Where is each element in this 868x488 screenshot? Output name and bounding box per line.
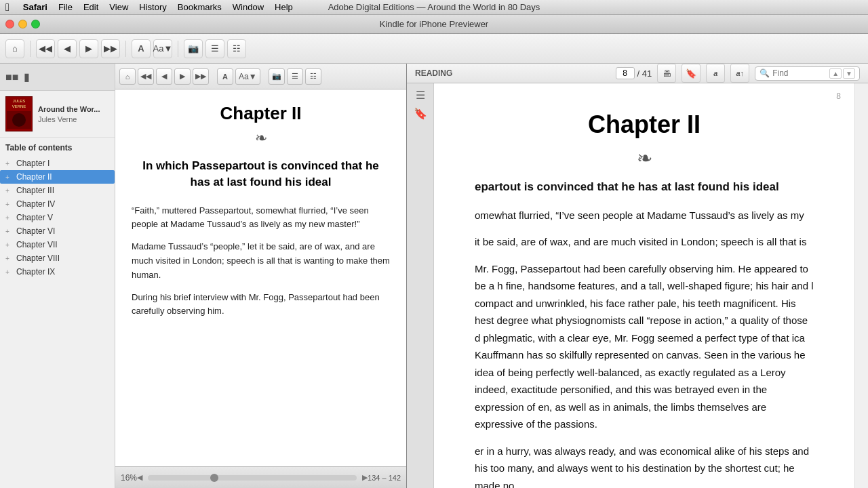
iphone-progress-thumb[interactable] <box>210 474 218 482</box>
safari-menu[interactable]: Safari <box>23 2 47 12</box>
iphone-previewer: ⌂ ◀◀ ◀ ▶ ▶▶ A Aa▼ 📷 ☰ ☷ Chapter II ❧ In … <box>115 64 407 488</box>
toc-icon[interactable]: ☰ <box>416 89 425 102</box>
reader-page-number: 8 <box>836 92 841 101</box>
apple-menu[interactable]:  <box>5 1 9 14</box>
reader-text-1: epartout is convinced that he has at las… <box>475 178 814 197</box>
prev-page-button[interactable]: ◀ <box>58 39 77 58</box>
toc-label: Chapter IX <box>16 267 55 277</box>
bookmark-button[interactable]: 🔖 <box>682 64 701 83</box>
toc-item-ch8[interactable]: +Chapter VIII <box>0 251 115 265</box>
toc-item-ch5[interactable]: +Chapter V <box>0 211 115 224</box>
find-prev[interactable]: ▲ <box>829 68 842 79</box>
toc-item-ch3[interactable]: +Chapter III <box>0 184 115 197</box>
next-page-button[interactable]: ▶ <box>79 39 98 58</box>
bookmark-strip-icon[interactable]: 🔖 <box>414 107 427 120</box>
toc-header: Table of contents <box>0 140 115 157</box>
find-next[interactable]: ▼ <box>843 68 855 79</box>
home-button[interactable]: ⌂ <box>5 39 24 58</box>
toc-item-ch1[interactable]: +Chapter I <box>0 157 115 170</box>
find-bar: 🔍 ▲ ▼ <box>755 66 860 81</box>
reader-chapter-title: Chapter II <box>475 110 814 139</box>
iphone-toolbar: ⌂ ◀◀ ◀ ▶ ▶▶ A Aa▼ 📷 ☰ ☷ <box>115 64 406 89</box>
reader-right-strip <box>854 83 868 488</box>
iphone-statusbar: 16% ◀ ▶ 134 – 142 <box>115 466 406 488</box>
iphone-list-btn[interactable]: ☰ <box>287 68 303 85</box>
iphone-para-1: “Faith,” muttered Passepartout, somewhat… <box>132 204 390 232</box>
page-indicator: / 41 <box>616 67 652 79</box>
search-icon: 🔍 <box>760 68 770 78</box>
window-menu[interactable]: Window <box>233 2 264 12</box>
main-reader: READING / 41 🖶 🔖 a a↑ 🔍 ▲ <box>407 64 868 488</box>
list-button[interactable]: ☰ <box>205 39 224 58</box>
ade-main: ■■ ▮ JULESVERNE Around the Wor... Jules … <box>0 64 868 488</box>
bookmarks-menu[interactable]: Bookmarks <box>178 2 222 12</box>
iphone-progress-bar[interactable] <box>148 475 357 481</box>
edit-menu[interactable]: Edit <box>83 2 98 12</box>
file-menu[interactable]: File <box>58 2 73 12</box>
toc-expand-icon: + <box>5 187 14 195</box>
toc-item-ch7[interactable]: +Chapter VII <box>0 238 115 251</box>
maximize-button[interactable] <box>31 20 40 28</box>
toc-expand-icon: + <box>5 255 14 262</box>
book-author-label: Jules Verne <box>38 115 100 123</box>
iphone-progress-right[interactable]: ▶ <box>362 473 368 482</box>
toc-label: Chapter VI <box>16 226 55 236</box>
iphone-subtitle: In which Passepartout is convinced that … <box>132 158 390 190</box>
text-button[interactable]: A <box>132 39 151 58</box>
iphone-chapter-title: Chapter II <box>132 103 390 124</box>
amazon-button[interactable]: a <box>706 64 725 83</box>
iphone-home-btn[interactable]: ⌂ <box>119 68 136 85</box>
reader-toolbar-right: / 41 🖶 🔖 a a↑ 🔍 ▲ ▼ <box>616 64 861 83</box>
print-button[interactable]: 🖶 <box>657 64 676 83</box>
panel-icon-bar: ■■ ▮ <box>0 64 115 91</box>
find-input[interactable] <box>772 68 827 78</box>
grid-view-icon[interactable]: ■■ <box>5 71 18 83</box>
iphone-text-btn[interactable]: A <box>217 68 233 85</box>
toc-item-ch2[interactable]: +Chapter II <box>0 170 115 184</box>
help-menu[interactable]: Help <box>275 2 293 12</box>
toc-label: Chapter VIII <box>16 253 60 263</box>
book-meta: Around the Wor... Jules Verne <box>38 104 100 123</box>
toc-label: Chapter IV <box>16 199 55 209</box>
iphone-image-btn[interactable]: 📷 <box>269 68 285 85</box>
toc-label: Chapter III <box>16 186 54 195</box>
toc-item-ch6[interactable]: +Chapter VI <box>0 224 115 238</box>
page-input[interactable] <box>616 67 635 79</box>
reader-text-5: er in a hurry, was always ready, and was… <box>475 443 814 488</box>
list-view-icon[interactable]: ▮ <box>24 70 30 83</box>
image-button[interactable]: 📷 <box>184 39 203 58</box>
history-menu[interactable]: History <box>139 2 166 12</box>
toc-item-ch9[interactable]: +Chapter IX <box>0 265 115 279</box>
iphone-prev-btn[interactable]: ◀ <box>156 68 172 85</box>
iphone-grid-btn[interactable]: ☷ <box>305 68 321 85</box>
book-cover: JULESVERNE <box>5 96 33 131</box>
iphone-ornament: ❧ <box>132 129 390 147</box>
iphone-zoom-label: 16% <box>121 473 137 483</box>
iphone-font-btn[interactable]: Aa▼ <box>235 68 260 85</box>
toc-label: Chapter I <box>16 159 50 168</box>
toc-expand-icon: + <box>5 160 14 167</box>
view-menu[interactable]: View <box>109 2 128 12</box>
reader-ornament: ❧ <box>475 147 814 169</box>
reader-text-4: Mr. Fogg, Passepartout had been carefull… <box>475 260 814 433</box>
close-button[interactable] <box>5 20 14 28</box>
toc-item-ch4[interactable]: +Chapter IV <box>0 197 115 211</box>
grid-button[interactable]: ☷ <box>227 39 246 58</box>
font-size-button[interactable]: Aa▼ <box>153 39 172 58</box>
ade-window: Kindle for iPhone Previewer ⌂ ◀◀ ◀ ▶ ▶▶ … <box>0 15 868 488</box>
reader-page: 8 Chapter II ❧ epartout is convinced tha… <box>434 83 854 488</box>
toc-label: Chapter V <box>16 213 53 222</box>
toc-expand-icon: + <box>5 174 14 181</box>
first-page-button[interactable]: ◀◀ <box>36 39 55 58</box>
last-page-button[interactable]: ▶▶ <box>101 39 120 58</box>
iphone-next-btn[interactable]: ▶ <box>174 68 191 85</box>
iphone-progress-left[interactable]: ◀ <box>137 473 142 482</box>
amazon-prime-button[interactable]: a↑ <box>730 64 749 83</box>
iphone-next-next-btn[interactable]: ▶▶ <box>193 68 209 85</box>
minimize-button[interactable] <box>18 20 27 28</box>
book-info: JULESVERNE Around the Wor... Jules Verne <box>0 91 115 138</box>
toolbar-sep-2 <box>125 41 126 57</box>
iphone-prev-prev-btn[interactable]: ◀◀ <box>138 68 154 85</box>
ade-toolbar: ⌂ ◀◀ ◀ ▶ ▶▶ A Aa▼ 📷 ☰ ☷ <box>0 34 868 64</box>
toc-expand-icon: + <box>5 201 14 208</box>
